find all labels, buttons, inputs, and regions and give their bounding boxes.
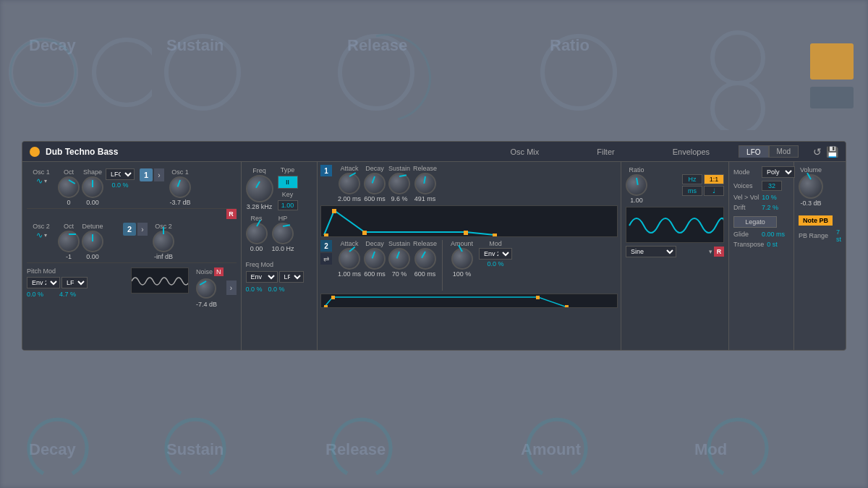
env1-release-knob[interactable] [414,173,436,194]
pitch-waveform-display [131,267,189,294]
env2-number[interactable]: 2 [320,240,332,252]
freq-mod-env-select[interactable]: Env 2Env 1 [246,271,278,283]
lfo-amount-value: 100 % [453,270,472,278]
power-indicator[interactable] [30,147,40,157]
filter-freq-value: 3.28 kHz [247,203,273,210]
env2-release-label: Release [413,240,437,247]
filter-type-display[interactable]: II [278,176,298,189]
refresh-icon[interactable]: ↺ [813,146,822,158]
osc1-oct-label: Oct [64,168,74,176]
filter-freq-knob[interactable] [246,175,273,202]
lfo-tab[interactable]: LFO [739,145,768,158]
env1-attack-knob[interactable] [339,173,360,194]
pitch-noise-row: Pitch Mod Env 2Env 1 LFO 0.0 % 4.7 % [27,267,237,308]
env1-sustain-knob[interactable] [388,173,410,194]
svg-rect-10 [464,231,468,235]
env2-attack-knob[interactable] [339,248,360,270]
env2-attack-label: Attack [340,240,358,247]
osc1-shape-mod-select[interactable]: LFOEnv 1Env 2 [106,168,135,180]
osc1-number[interactable]: 1 [140,168,153,181]
lfo-hz-btn[interactable]: Hz [682,174,702,184]
env2-decay-knob[interactable] [364,248,386,270]
mod-tab[interactable]: Mod [769,145,799,158]
voices-label: Voices [733,182,759,189]
lfo-note-btn[interactable]: ♩ [704,186,724,196]
drift-label: Drift [733,204,759,211]
osc2-number[interactable]: 2 [123,223,136,236]
panel-header: Dub Techno Bass Osc Mix Filter Envelopes… [22,142,846,162]
noise-db: -7.4 dB [196,301,217,308]
osc2-detune-knob[interactable] [82,231,103,252]
env2-copy-btn[interactable]: ⇄ [320,253,332,265]
filter-hp-knob[interactable] [272,223,294,244]
filter-res-knob[interactable] [246,223,268,244]
env2-sustain-value: 70 % [392,270,407,278]
svg-rect-13 [331,296,335,299]
osc1-arrow[interactable]: › [154,168,164,181]
osc1-oct-knob[interactable] [58,176,80,198]
noise-knob[interactable] [196,278,216,299]
osc1-shape-knob[interactable] [82,176,103,198]
env2-decay-label: Decay [365,240,384,247]
notepb-button[interactable]: Note PB [799,215,833,226]
pb-range-row: PB Range 7 st [799,228,841,243]
env2-release-knob[interactable] [414,248,436,270]
transpose-value: 0 st [767,241,778,248]
osc2-db: -inf dB [154,253,173,260]
vel-vol-label: Vel > Vol [733,194,759,201]
lfo-r-button[interactable]: R [714,247,724,257]
lfo-ms-btn[interactable]: ms [682,186,702,196]
pitch-mod-lfo-select[interactable]: LFO [61,277,88,288]
save-icon[interactable]: 💾 [826,146,838,158]
lfo-mod-env-select[interactable]: Env 2Env 1 [479,248,512,260]
osc1-shape-label: Shape [83,168,102,176]
osc2-oct-value: -1 [66,253,72,260]
osc1-shape-mod-pct: 0.0 % [111,181,128,189]
envelopes-section: 1 Attack 2.00 ms Decay 600 ms Sustain 9.… [318,162,621,350]
osc1-mix-knob[interactable] [169,176,191,198]
patch-name: Dub Techno Bass [46,147,482,157]
svg-rect-9 [362,231,367,235]
freq-mod-val1: 0.0 % [246,286,263,293]
env2-display [320,294,618,308]
lfo-wave-svg [626,207,724,243]
pitch-mod-env-select[interactable]: Env 2Env 1 [27,277,60,288]
lfo-ratio-btn[interactable]: 1:1 [704,174,724,184]
osc2-arrow[interactable]: › [137,223,148,236]
lfo-shape-select[interactable]: SineSquareTriSaw [626,246,676,257]
osc2-row: Osc 2 ∿ ▾ Oct -1 Detune 0.00 [27,221,237,263]
glide-value: 0.00 ms [762,231,785,238]
lfo-ratio-knob[interactable] [626,174,647,196]
osc2-oct-knob[interactable] [58,231,80,252]
osc1-shape-value: 0.00 [86,199,99,206]
osc1-r-button[interactable]: R [226,209,237,219]
noise-arrow[interactable]: › [226,281,237,295]
env1-release-value: 491 ms [414,195,436,202]
drift-row: Drift 7.2 % [733,204,789,211]
osc-mix-header: Osc Mix [511,147,540,156]
lfo-shape-row: SineSquareTriSaw ▾ R [626,246,724,257]
env2-decay-value: 600 ms [364,270,386,278]
env2-row: 2 ⇄ Attack 1.00 ms Decay 600 ms Sustain … [320,240,618,291]
env1-decay-knob[interactable] [364,173,386,194]
lfo-amount-knob[interactable] [451,248,473,270]
freq-mod-lfo-select[interactable]: LFO [279,271,304,283]
osc2-mix-knob[interactable] [153,231,174,252]
env1-release-label: Release [413,165,437,172]
env2-svg [321,294,618,308]
lfo-amount-label: Amount [451,240,473,247]
legato-button[interactable]: Legato [733,216,777,228]
freq-mod-label: Freq Mod [246,261,274,268]
mode-select[interactable]: PolyMono [762,166,795,178]
env2-sustain-knob[interactable] [388,248,410,270]
noise-btn[interactable]: N [214,267,224,276]
env1-svg [321,206,618,237]
env1-number[interactable]: 1 [320,165,332,176]
volume-knob[interactable] [799,174,823,199]
noise-label: Noise [196,268,213,275]
mode-row: Mode PolyMono [733,166,789,178]
filter-res-value: 0.00 [250,245,263,252]
voices-display[interactable]: 32 [762,181,782,191]
filter-key-display[interactable]: 1.00 [278,200,298,210]
osc1-row: Osc 1 ∿ ▾ Oct 0 Shape 0.00 [27,166,237,209]
